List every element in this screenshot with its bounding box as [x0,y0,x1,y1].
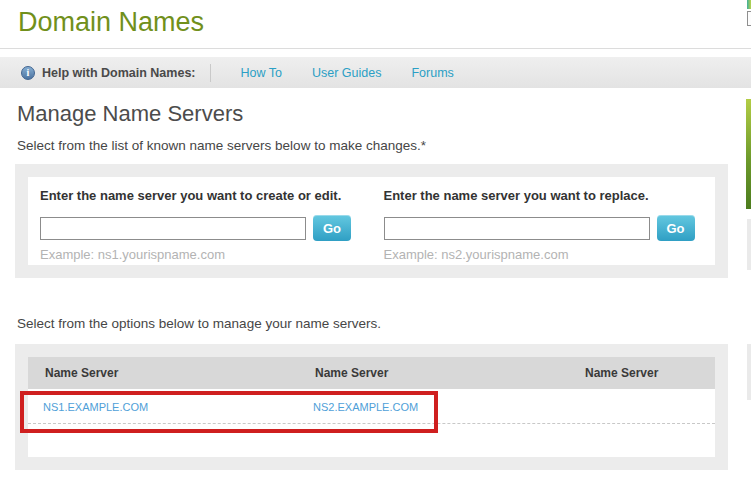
name-server-form-panel: Enter the name server you want to create… [15,164,728,278]
cutoff-gray-strip-lower [747,344,751,400]
replace-input[interactable] [384,217,650,240]
replace-column: Enter the name server you want to replac… [372,188,716,265]
table-header-row: Name Server Name Server Name Server [28,357,715,389]
table-cell-2: NS2.EXAMPLE.COM [298,397,568,415]
help-bar: i Help with Domain Names: How To User Gu… [0,57,751,88]
help-link-user-guides[interactable]: User Guides [312,66,381,80]
table-row: NS1.EXAMPLE.COM NS2.EXAMPLE.COM [28,389,715,424]
replace-go-button[interactable]: Go [657,215,695,241]
create-edit-example: Example: ns1.yourispname.com [40,247,372,262]
table-header-name-server-2: Name Server [298,366,568,380]
help-bar-label: Help with Domain Names: [42,66,196,80]
create-edit-input[interactable] [40,217,306,240]
table-empty-row [28,424,715,457]
ns2-link[interactable]: NS2.EXAMPLE.COM [298,401,418,413]
help-link-forums[interactable]: Forums [411,66,453,80]
name-server-form-inner: Enter the name server you want to create… [28,177,715,265]
create-edit-label: Enter the name server you want to create… [40,188,372,203]
name-server-table: Name Server Name Server Name Server NS1.… [28,357,715,457]
table-intro-text: Select from the options below to manage … [17,316,381,331]
replace-input-row: Go [384,215,716,241]
create-edit-input-row: Go [40,215,372,241]
replace-label: Enter the name server you want to replac… [384,188,716,203]
ns1-link[interactable]: NS1.EXAMPLE.COM [28,401,148,413]
page-title: Domain Names [18,7,204,38]
cutoff-icon-fragment [747,0,751,9]
cutoff-box-fragment [747,11,751,26]
manage-name-servers-heading: Manage Name Servers [17,101,243,127]
table-header-name-server-1: Name Server [28,366,298,380]
help-bar-divider [210,64,211,82]
create-edit-go-button[interactable]: Go [313,215,351,241]
page: Domain Names i Help with Domain Names: H… [0,0,751,493]
help-link-how-to[interactable]: How To [241,66,282,80]
cutoff-green-bar [746,99,751,209]
table-header-name-server-3: Name Server [568,366,715,380]
table-cell-1: NS1.EXAMPLE.COM [28,397,298,415]
manage-intro-text: Select from the list of known name serve… [17,138,426,153]
name-server-table-panel: Name Server Name Server Name Server NS1.… [15,344,728,470]
cutoff-gray-strip-upper [747,219,751,270]
info-icon: i [21,66,35,80]
replace-example: Example: ns2.yourispname.com [384,247,716,262]
create-edit-column: Enter the name server you want to create… [28,188,372,265]
title-divider [0,48,751,49]
